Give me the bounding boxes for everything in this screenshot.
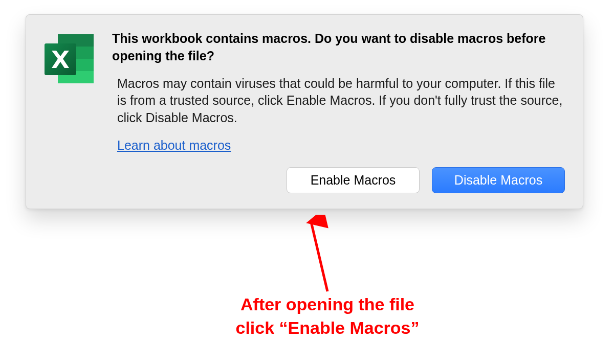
dialog-content: This workbook contains macros. Do you wa… (112, 30, 565, 193)
svg-line-8 (311, 222, 327, 291)
excel-icon (41, 32, 98, 86)
macros-warning-dialog: This workbook contains macros. Do you wa… (26, 14, 583, 209)
dialog-icon-column (41, 30, 98, 193)
annotation-line-2: click “Enable Macros” (215, 316, 440, 340)
disable-macros-button[interactable]: Disable Macros (432, 167, 565, 193)
dialog-body-text: Macros may contain viruses that could be… (112, 75, 565, 127)
dialog-heading: This workbook contains macros. Do you wa… (112, 30, 565, 65)
annotation-text: After opening the file click “Enable Mac… (215, 293, 440, 340)
annotation-line-1: After opening the file (215, 293, 440, 316)
dialog-button-row: Enable Macros Disable Macros (112, 167, 565, 193)
annotation-arrow (302, 215, 343, 297)
learn-about-macros-link[interactable]: Learn about macros (112, 138, 231, 153)
enable-macros-button[interactable]: Enable Macros (287, 167, 420, 193)
